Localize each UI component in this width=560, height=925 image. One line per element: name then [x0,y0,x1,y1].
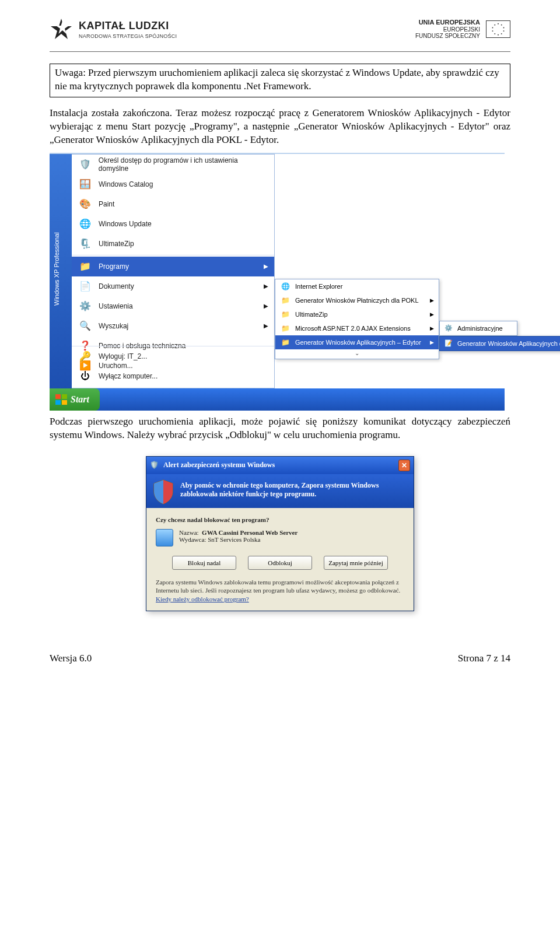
svg-rect-12 [55,394,61,399]
menu-item-label: Określ dostęp do programów i ich ustawie… [99,156,268,173]
header-divider [50,51,510,52]
chevron-right-icon: ▶ [430,311,434,317]
page-footer: Wersja 6.0 Strona 7 z 14 [50,652,510,665]
alert-banner: Aby pomóc w ochronie tego komputera, Zap… [146,474,414,508]
security-alert-dialog: 🛡️ Alert zabezpieczeń systemu Windows ✕ … [146,456,414,612]
alert-app-info: Nazwa: GWA Cassini Personal Web Server W… [156,529,404,546]
submenu-item-label: Generator Wniosków Płatniczych dla POKL [295,297,419,304]
svg-point-8 [494,33,495,34]
note-box: Uwaga: Przed pierwszym uruchomieniem apl… [50,64,510,97]
app-publisher: SnT Services Polska [208,536,260,543]
menu-item-label: Wyłącz komputer... [99,372,158,380]
menu-item-programy[interactable]: 📁Programy▶ [72,257,274,276]
eu-line3: FUNDUSZ SPOŁECZNY [415,33,480,40]
menu-item[interactable]: 🪟Windows Catalog [72,174,274,194]
svg-point-10 [492,27,494,28]
menu-item-label: Wyszukaj [99,322,128,330]
unblock-button[interactable]: Odblokuj [248,556,312,570]
kl-star-icon [50,17,73,41]
logo-kapital-ludzki: KAPITAŁ LUDZKI NARODOWA STRATEGIA SPÓJNO… [50,17,177,41]
menu-item-shutdown[interactable]: ⏻Wyłącz komputer... [72,366,274,386]
zip-icon: 🗜️ [78,236,93,251]
submenu-item-label: Generator Wniosków Aplikacyjnych – Edyto… [295,339,421,346]
menu-item[interactable]: 🌐Windows Update [72,214,274,234]
chevron-down-icon[interactable]: ⌄ [275,349,439,359]
svg-point-3 [501,24,502,26]
alert-question: Czy chcesz nadal blokować ten program? [156,516,404,523]
menu-item[interactable]: 🛡️Określ dostęp do programów i ich ustaw… [72,155,274,174]
page-header: KAPITAŁ LUDZKI NARODOWA STRATEGIA SPÓJNO… [50,17,510,41]
submenu-item[interactable]: 📁Generator Wniosków Płatniczych dla POKL… [275,293,439,307]
start-column-main: 🛡️Określ dostęp do programów i ich ustaw… [72,154,275,388]
close-button[interactable]: ✕ [398,460,410,471]
menu-item-label: Wyloguj: IT_2... [99,352,147,360]
chevron-right-icon: ▶ [430,339,434,345]
menu-item[interactable]: ⚙️Ustawienia▶ [72,296,274,316]
ie-icon: 🌐 [280,281,290,292]
menu-item[interactable]: 🗜️UltimateZip [72,234,274,254]
paragraph-1: Instalacja została zakończona. Teraz moż… [50,107,510,147]
menu-item-label: Dokumenty [99,282,134,290]
app-icon [156,529,173,546]
menu-item-logoff[interactable]: 🔑Wyloguj: IT_2... [72,346,274,366]
menu-item[interactable]: 📄Dokumenty▶ [72,276,274,296]
alert-info-body: Zapora systemu Windows zablokowała temu … [156,579,400,594]
alert-info-text: Zapora systemu Windows zablokowała temu … [156,578,404,604]
gear-icon: ⚙️ [444,324,453,332]
submenu-item-gwa-pokl[interactable]: 📝Generator Wniosków Aplikacyjnych dla PO… [440,337,560,351]
name-label: Nazwa: [179,529,199,536]
alert-info-link[interactable]: Kiedy należy odblokować program? [156,595,249,602]
shield-icon [152,479,174,504]
menu-item[interactable]: 🎨Paint [72,194,274,214]
app-name: GWA Cassini Personal Web Server [202,529,298,536]
submenu-item-label: UltimateZip [295,311,328,318]
start-submenu-3a: ⚙️Administracyjne [439,321,517,336]
start-button[interactable]: Start [50,388,100,411]
alert-title-text: Alert zabezpieczeń systemu Windows [163,461,275,469]
settings-icon: ⚙️ [78,299,93,314]
ask-later-button[interactable]: Zapytaj mnie później [324,556,388,570]
paragraph-2: Podczas pierwszego uruchomienia aplikacj… [50,415,510,442]
submenu-item-label: Microsoft ASP.NET 2.0 AJAX Extensions [295,325,411,332]
menu-item-label: Windows Update [99,220,152,228]
app-icon: 📁 [280,295,290,306]
start-submenu-3b: 📝Generator Wniosków Aplikacyjnych dla PO… [439,336,560,351]
submenu-item-gwa-edytor[interactable]: 📁Generator Wniosków Aplikacyjnych – Edyt… [275,335,439,349]
app-icon: 📁 [280,309,290,320]
svg-point-9 [492,30,494,31]
submenu-item[interactable]: 📁UltimateZip▶ [275,307,439,321]
svg-point-5 [503,30,505,31]
shield-small-icon: 🛡️ [150,461,159,469]
menu-item-label: Windows Catalog [99,180,153,188]
menu-item-label: Programy [99,262,129,271]
kl-title: KAPITAŁ LUDZKI [79,19,177,33]
svg-rect-14 [55,400,61,405]
paint-icon: 🎨 [78,197,93,212]
chevron-right-icon: ▶ [264,303,268,309]
svg-point-11 [494,24,495,26]
svg-rect-15 [62,400,67,405]
svg-point-4 [503,27,505,28]
alert-titlebar: 🛡️ Alert zabezpieczeń systemu Windows ✕ [146,457,414,474]
app-icon: 📁 [280,337,290,348]
taskbar: Start [50,388,505,411]
submenu-item-label: Administracyjne [457,325,503,332]
chevron-right-icon: ▶ [430,297,434,303]
documents-icon: 📄 [78,279,93,294]
submenu-item[interactable]: 🌐Internet Explorer [275,279,439,293]
svg-point-2 [498,23,499,24]
block-button[interactable]: Blokuj nadal [172,556,236,570]
start-submenu-programy: 🌐Internet Explorer 📁Generator Wniosków P… [275,279,439,359]
alert-banner-text: Aby pomóc w ochronie tego komputera, Zap… [180,481,379,498]
submenu-item-admin[interactable]: ⚙️Administracyjne [440,321,517,335]
svg-rect-13 [62,394,67,399]
submenu-item-label: Generator Wniosków Aplikacyjnych dla POK… [457,340,560,347]
update-icon: 🌐 [78,216,93,232]
footer-page: Strona 7 z 14 [458,652,510,665]
logo-eu: UNIA EUROPEJSKA EUROPEJSKI FUNDUSZ SPOŁE… [415,19,510,40]
chevron-right-icon: ▶ [264,263,268,269]
publisher-label: Wydawca: [179,536,206,543]
menu-item[interactable]: 🔍Wyszukaj▶ [72,316,274,336]
menu-item-label: UltimateZip [99,240,134,248]
submenu-item[interactable]: 📁Microsoft ASP.NET 2.0 AJAX Extensions▶ [275,321,439,335]
